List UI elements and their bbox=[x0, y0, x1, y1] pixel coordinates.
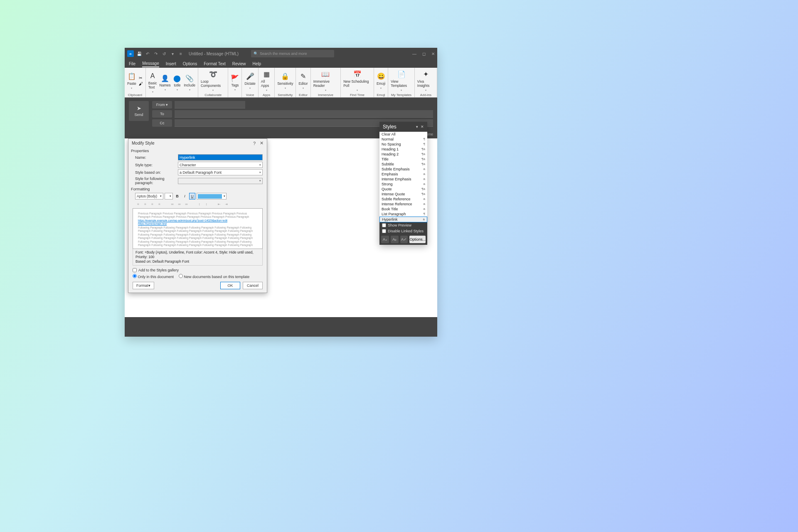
cancel-button[interactable]: Cancel bbox=[243, 282, 263, 289]
tab-review[interactable]: Review bbox=[232, 61, 246, 67]
ribbon-immersive-reader[interactable]: 📖Immersive Reader▾ bbox=[313, 70, 338, 91]
ribbon-include[interactable]: 📎Include▾ bbox=[184, 74, 195, 91]
style-item-intense-reference[interactable]: Intense Referencea bbox=[379, 202, 427, 207]
align-left-button[interactable]: ≡ bbox=[135, 201, 141, 207]
ribbon-side-button[interactable]: 🖌 bbox=[139, 81, 143, 86]
name-input[interactable]: Hyperlink bbox=[178, 154, 263, 160]
customize-icon[interactable]: ≡ bbox=[178, 51, 184, 57]
style-item-no-spacing[interactable]: No Spacing¶ bbox=[379, 142, 427, 147]
style-item-intense-emphasis[interactable]: Intense Emphasisa bbox=[379, 177, 427, 182]
ribbon-editor[interactable]: ✎Editor▾ bbox=[298, 72, 308, 89]
align-right-button[interactable]: ≡ bbox=[149, 201, 155, 207]
following-select[interactable]: ▾ bbox=[178, 178, 263, 184]
style-item-hyperlink[interactable]: Hyperlinka bbox=[379, 217, 427, 222]
decrease-indent-button[interactable]: ⇤ bbox=[216, 201, 222, 207]
new-style-button[interactable]: A₊ bbox=[381, 236, 389, 243]
space-before-button[interactable]: ↕ bbox=[196, 201, 202, 207]
forward-icon[interactable]: ↺ bbox=[161, 51, 167, 57]
ribbon-basic-text[interactable]: ABasic Text▾ bbox=[148, 72, 157, 93]
underline-button[interactable]: U bbox=[189, 193, 195, 200]
maximize-button[interactable]: ◻ bbox=[422, 52, 426, 56]
ribbon-loop-components[interactable]: ➰Loop Components▾ bbox=[201, 70, 225, 91]
font-select[interactable]: Aptos (Body)▾ bbox=[135, 193, 163, 200]
style-item-quote[interactable]: Quote¶a bbox=[379, 187, 427, 192]
manage-styles-button[interactable]: A✓ bbox=[400, 236, 408, 243]
align-justify-button[interactable]: ≡ bbox=[156, 201, 163, 207]
tab-file[interactable]: File bbox=[129, 61, 135, 67]
tab-format-text[interactable]: Format Text bbox=[204, 61, 226, 67]
new-documents-radio[interactable]: New documents based on this template bbox=[179, 274, 249, 279]
style-item-subtitle[interactable]: Subtitle¶a bbox=[379, 162, 427, 167]
style-inspector-button[interactable]: A₀ bbox=[391, 236, 399, 243]
style-item-book-title[interactable]: Book Titlea bbox=[379, 207, 427, 212]
styles-list: Clear AllNormal¶No Spacing¶Heading 1¶aHe… bbox=[379, 132, 427, 222]
spacing-2-button[interactable]: ═ bbox=[183, 201, 190, 207]
style-type-select[interactable]: Character▾ bbox=[178, 162, 263, 168]
to-button[interactable]: To bbox=[152, 110, 172, 118]
ribbon-totle[interactable]: ⬤totle▾ bbox=[173, 74, 181, 91]
style-item-title[interactable]: Title¶a bbox=[379, 157, 427, 162]
cc-button[interactable]: Cc bbox=[152, 119, 172, 127]
dialog-close-button[interactable]: ✕ bbox=[260, 140, 264, 146]
undo-icon[interactable]: ↶ bbox=[145, 51, 150, 57]
dropdown-icon[interactable]: ▾ bbox=[170, 51, 175, 57]
style-item-list-paragraph[interactable]: List Paragraph¶ bbox=[379, 212, 427, 217]
tab-insert[interactable]: Insert bbox=[166, 61, 176, 67]
chevron-down-icon[interactable]: ▾ bbox=[416, 125, 418, 129]
close-button[interactable]: ✕ bbox=[431, 52, 435, 56]
ribbon-search[interactable]: 🔍 Search the menus and more bbox=[251, 50, 334, 57]
increase-indent-button[interactable]: ⇥ bbox=[223, 201, 229, 207]
ribbon-view-templates[interactable]: 📄View Templates▾ bbox=[391, 70, 412, 91]
ribbon-new-scheduling-poll[interactable]: 📅New Scheduling Poll▾ bbox=[343, 70, 371, 91]
disable-linked-checkbox[interactable]: Disable Linked Styles bbox=[379, 228, 427, 234]
ribbon-paste[interactable]: 📋Paste▾ bbox=[127, 72, 136, 89]
ribbon-sensitivity[interactable]: 🔒Sensitivity▾ bbox=[277, 72, 293, 89]
align-center-button[interactable]: ≡ bbox=[142, 201, 148, 207]
bold-button[interactable]: B bbox=[174, 193, 180, 200]
from-button[interactable]: From ▾ bbox=[152, 101, 172, 108]
font-color-select[interactable]: ▾ bbox=[197, 193, 227, 200]
options-button[interactable]: Options... bbox=[409, 236, 426, 243]
tab-options[interactable]: Options bbox=[183, 61, 197, 67]
from-input[interactable] bbox=[175, 101, 245, 108]
style-item-heading-1[interactable]: Heading 1¶a bbox=[379, 147, 427, 152]
style-item-clear-all[interactable]: Clear All bbox=[379, 132, 427, 137]
window-title: Untitled - Message (HTML) bbox=[189, 52, 239, 56]
style-item-emphasis[interactable]: Emphasisa bbox=[379, 172, 427, 177]
style-preview: Previous Paragraph Previous Paragraph Pr… bbox=[133, 208, 263, 249]
send-icon: ➤ bbox=[137, 105, 141, 111]
ribbon-side-button[interactable]: ✂ bbox=[139, 76, 143, 80]
redo-icon[interactable]: ↷ bbox=[153, 51, 159, 57]
format-button[interactable]: Format ▾ bbox=[133, 282, 154, 289]
send-button[interactable]: ➤ Send bbox=[129, 101, 149, 121]
ribbon-tags[interactable]: 🚩Tags▾ bbox=[231, 74, 239, 91]
space-after-button[interactable]: ↕ bbox=[203, 201, 209, 207]
spacing-1.5-button[interactable]: ═ bbox=[176, 201, 182, 207]
style-item-intense-quote[interactable]: Intense Quote¶a bbox=[379, 192, 427, 197]
style-item-strong[interactable]: Stronga bbox=[379, 182, 427, 187]
based-on-select[interactable]: a Default Paragraph Font▾ bbox=[178, 169, 263, 175]
save-icon[interactable]: 💾 bbox=[136, 51, 142, 57]
tab-message[interactable]: Message bbox=[142, 60, 159, 67]
ribbon-viva-insights[interactable]: ✦Viva Insights▾ bbox=[417, 70, 434, 91]
only-in-document-radio[interactable]: Only in this document bbox=[133, 274, 174, 279]
help-button[interactable]: ? bbox=[253, 141, 256, 146]
spacing-1-button[interactable]: ═ bbox=[169, 201, 175, 207]
italic-button[interactable]: I bbox=[182, 193, 188, 200]
font-size-select[interactable]: ▾ bbox=[165, 193, 173, 200]
ribbon-all-apps[interactable]: ▦All Apps▾ bbox=[261, 70, 272, 91]
style-item-heading-2[interactable]: Heading 2¶a bbox=[379, 152, 427, 157]
style-item-subtle-emphasis[interactable]: Subtle Emphasisa bbox=[379, 167, 427, 172]
minimize-button[interactable]: — bbox=[412, 52, 416, 56]
style-item-normal[interactable]: Normal¶ bbox=[379, 137, 427, 142]
ribbon-dictate[interactable]: 🎤Dictate▾ bbox=[244, 72, 255, 89]
close-icon[interactable]: ✕ bbox=[421, 125, 424, 129]
add-to-gallery-checkbox[interactable]: Add to the Styles gallery bbox=[133, 268, 263, 272]
ribbon-emoji[interactable]: 😀Emoji▾ bbox=[377, 72, 385, 89]
tab-help[interactable]: Help bbox=[253, 61, 261, 67]
to-input[interactable] bbox=[175, 110, 433, 118]
show-preview-checkbox[interactable]: Show Preview bbox=[379, 222, 427, 228]
ribbon-names[interactable]: 👤Names▾ bbox=[160, 74, 171, 91]
ok-button[interactable]: OK bbox=[220, 282, 240, 289]
style-item-subtle-reference[interactable]: Subtle Referencea bbox=[379, 197, 427, 202]
